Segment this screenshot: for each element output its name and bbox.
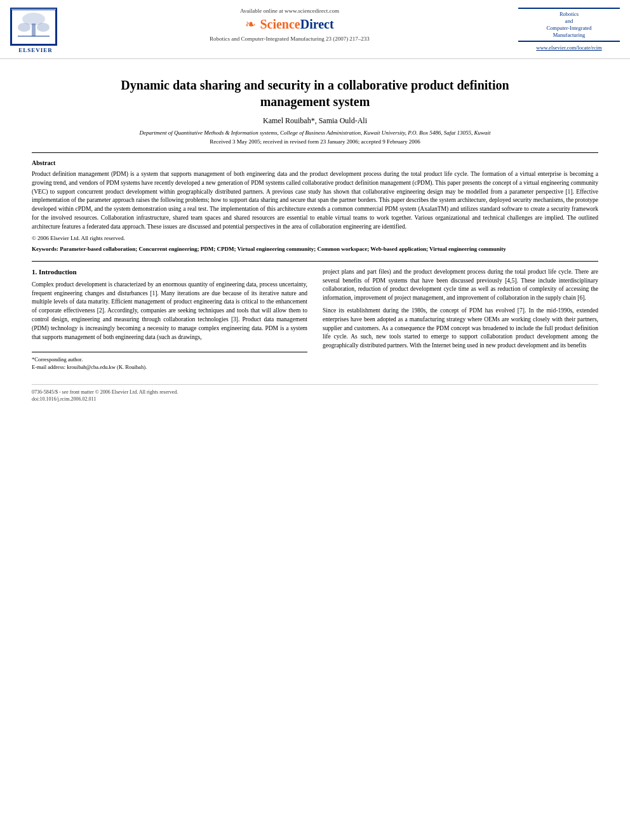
footnote-area: *Corresponding author. E-mail address: k… xyxy=(32,352,307,371)
right-column: project plans and part files) and the pr… xyxy=(323,268,598,371)
elsevier-logo: ELSEVIER xyxy=(10,8,61,53)
copyright: © 2006 Elsevier Ltd. All rights reserved… xyxy=(32,235,598,241)
keywords-label: Keywords: xyxy=(32,246,58,252)
article-title: Dynamic data sharing and security in a c… xyxy=(93,77,537,110)
two-column-layout: 1. Introduction Complex product developm… xyxy=(32,268,598,371)
footnote-corresponding: *Corresponding author. xyxy=(32,356,307,364)
journal-name-header: Robotics and Computer-Integrated Manufac… xyxy=(210,36,370,42)
header-right: Robotics and Computer-Integrated Manufac… xyxy=(518,8,620,51)
abstract-section: Abstract Product definition management (… xyxy=(32,159,598,253)
journal-title-right: Robotics and Computer-Integrated Manufac… xyxy=(518,11,620,39)
footer-bar: 0736-5845/$ - see front matter © 2006 El… xyxy=(32,384,598,403)
sd-logo: ScienceDirect xyxy=(260,17,333,32)
authors: Kamel Rouibah*, Samia Ould-Ali xyxy=(32,116,598,126)
abstract-text: Product definition management (PDM) is a… xyxy=(32,170,598,231)
svg-rect-4 xyxy=(32,23,36,36)
svg-point-2 xyxy=(18,23,30,32)
left-para-1: Complex product development is character… xyxy=(32,281,307,342)
svg-point-3 xyxy=(37,23,50,32)
right-para-1: project plans and part files) and the pr… xyxy=(323,268,598,303)
received-date: Received 3 May 2005; received in revised… xyxy=(32,138,598,145)
left-body-text: Complex product development is character… xyxy=(32,281,307,342)
right-body-text: project plans and part files) and the pr… xyxy=(323,268,598,350)
abstract-title: Abstract xyxy=(32,159,598,166)
sciencedirect-logo: ❧ ScienceDirect xyxy=(245,17,333,32)
footer-left-text: 0736-5845/$ - see front matter © 2006 El… xyxy=(32,389,178,403)
keywords: Keywords: Parameter-based collaboration;… xyxy=(32,245,598,253)
elsevier-name: ELSEVIER xyxy=(10,47,61,53)
affiliation: Department of Quantitative Methods & Inf… xyxy=(32,130,598,136)
section-1-heading: 1. Introduction xyxy=(32,268,307,276)
left-column: 1. Introduction Complex product developm… xyxy=(32,268,307,371)
journal-link[interactable]: www.elsevier.com/locate/rcim xyxy=(518,44,620,51)
header-center: Available online at www.sciencedirect.co… xyxy=(61,8,518,42)
page-header: ELSEVIER Available online at www.science… xyxy=(0,0,630,59)
available-online-text: Available online at www.sciencedirect.co… xyxy=(240,8,339,14)
divider-2 xyxy=(32,261,598,262)
divider-1 xyxy=(32,152,598,153)
main-content: Dynamic data sharing and security in a c… xyxy=(0,59,630,415)
keywords-text: Parameter-based collaboration; Concurren… xyxy=(60,246,506,252)
right-para-2: Since its establishment during the 1980s… xyxy=(323,307,598,350)
sd-bird-icon: ❧ xyxy=(245,17,256,32)
page: ELSEVIER Available online at www.science… xyxy=(0,0,630,840)
footnote-email: E-mail address: krouibah@cba.edu.kw (K. … xyxy=(32,364,307,371)
